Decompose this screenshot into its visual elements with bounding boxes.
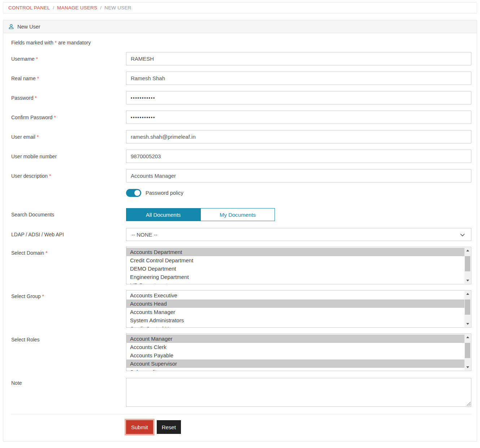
breadcrumb-separator: / (53, 5, 54, 10)
real-name-row: Real name * (11, 72, 471, 85)
button-row: Submit Reset (126, 420, 471, 445)
required-asterisk: * (35, 95, 36, 101)
search-documents-label: Search Documents (11, 212, 126, 217)
select-roles-options: Account ManagerAccounts ClerkAccounts Pa… (126, 334, 464, 371)
breadcrumb: CONTROL PANEL / MANAGE USERS / NEW USER (3, 2, 477, 13)
submit-button[interactable]: Submit (126, 420, 153, 434)
scroll-down-arrow[interactable] (464, 364, 471, 370)
user-mobile-label: User mobile number (11, 154, 126, 159)
note-textarea[interactable] (126, 378, 471, 407)
domain-option[interactable]: Accounts Department (126, 248, 464, 256)
search-documents-label-text: Search Documents (11, 212, 54, 217)
group-option[interactable]: System Administrators (126, 316, 464, 324)
role-option[interactable]: Sales audit (126, 368, 464, 371)
domain-option[interactable]: HR Department (126, 281, 464, 284)
confirm-password-label: Confirm Password * (11, 115, 126, 120)
tab-my-documents[interactable]: My Documents (200, 208, 275, 221)
password-policy-toggle[interactable] (126, 189, 141, 197)
scrollbar-thumb[interactable] (465, 343, 470, 358)
role-option[interactable]: Account Supervisor (126, 359, 464, 368)
breadcrumb-manage-users[interactable]: MANAGE USERS (57, 5, 97, 10)
role-option[interactable]: Account Manager (126, 335, 464, 343)
scrollbar-track[interactable] (464, 297, 471, 321)
note-label-text: Note (11, 380, 22, 386)
panel-title: New User (17, 24, 40, 30)
role-option[interactable]: Accounts Clerk (126, 343, 464, 351)
breadcrumb-control-panel[interactable]: CONTROL PANEL (8, 5, 50, 10)
tab-all-documents[interactable]: All Documents (126, 208, 200, 221)
required-asterisk: * (36, 56, 38, 62)
real-name-input[interactable] (126, 72, 471, 85)
ldap-label: LDAP / ADSI / Web API (11, 232, 126, 237)
domain-option[interactable]: Engineering Department (126, 273, 464, 281)
required-asterisk: * (54, 115, 56, 120)
search-documents-row: Search Documents All Documents My Docume… (11, 208, 471, 221)
select-group-listbox: Accounts ExecutiveAccounts HeadAccounts … (126, 290, 471, 328)
required-asterisk: * (37, 134, 39, 140)
user-mobile-label-text: User mobile number (11, 154, 57, 159)
select-roles-label-text: Select Roles (11, 337, 40, 343)
select-group-row: Select Group * Accounts ExecutiveAccount… (11, 290, 471, 328)
ldap-selected-value: -- NONE -- (131, 232, 157, 238)
mandatory-note-prefix: Fields marked with (11, 40, 55, 46)
password-row: Password * (11, 91, 471, 104)
domain-option[interactable]: Credit Control Department (126, 256, 464, 264)
password-label: Password * (11, 95, 126, 101)
ldap-select[interactable]: -- NONE -- (126, 228, 471, 241)
footer-divider (11, 414, 471, 414)
scroll-up-arrow[interactable] (464, 291, 471, 297)
ldap-row: LDAP / ADSI / Web API -- NONE -- (11, 228, 471, 241)
user-mobile-input[interactable] (126, 150, 471, 163)
select-domain-row: Select Domain * Accounts DepartmentCredi… (11, 247, 471, 284)
role-option[interactable]: Accounts Payable (126, 351, 464, 359)
scroll-down-arrow[interactable] (464, 277, 471, 284)
scrollbar-thumb[interactable] (465, 300, 470, 315)
breadcrumb-separator: / (100, 5, 101, 10)
password-policy-row: Password policy (11, 189, 471, 203)
note-row: Note (11, 378, 471, 407)
user-email-label-text: User email (11, 134, 35, 140)
domain-option[interactable]: DEMO Department (126, 264, 464, 273)
chevron-down-icon (460, 232, 465, 237)
confirm-password-input[interactable] (126, 111, 471, 124)
select-domain-label-text: Select Domain (11, 250, 44, 256)
password-input[interactable] (126, 91, 471, 104)
reset-button[interactable]: Reset (157, 420, 181, 434)
select-domain-options: Accounts DepartmentCredit Control Depart… (126, 247, 464, 284)
user-description-label-text: User description (11, 173, 48, 179)
group-option[interactable]: Credit Control Users (126, 324, 464, 328)
group-option[interactable]: Accounts Head (126, 300, 464, 308)
scrollbar-thumb[interactable] (465, 256, 470, 271)
select-domain-scrollbar[interactable] (464, 247, 471, 284)
password-policy-label: Password policy (146, 190, 183, 196)
select-group-options: Accounts ExecutiveAccounts HeadAccounts … (126, 290, 464, 328)
group-option[interactable]: Accounts Executive (126, 291, 464, 300)
username-row: Username * (11, 52, 471, 65)
username-input[interactable] (126, 52, 471, 65)
confirm-password-row: Confirm Password * (11, 111, 471, 124)
user-email-label: User email * (11, 134, 126, 140)
select-group-label: Select Group * (11, 290, 126, 299)
confirm-password-label-text: Confirm Password (11, 115, 52, 120)
toggle-knob (134, 190, 140, 196)
select-roles-row: Select Roles Account ManagerAccounts Cle… (11, 333, 471, 371)
select-group-scrollbar[interactable] (464, 291, 471, 327)
group-option[interactable]: Accounts Manager (126, 308, 464, 316)
mandatory-note: Fields marked with * are mandatory (11, 40, 471, 46)
scroll-up-arrow[interactable] (464, 247, 471, 254)
real-name-label-text: Real name (11, 76, 36, 81)
note-label: Note (11, 378, 126, 386)
user-description-input[interactable] (126, 169, 471, 182)
select-roles-scrollbar[interactable] (464, 334, 471, 370)
username-label-text: Username (11, 56, 35, 62)
select-domain-label: Select Domain * (11, 247, 126, 256)
scrollbar-track[interactable] (464, 340, 471, 364)
scrollbar-track[interactable] (464, 254, 471, 277)
required-asterisk: * (42, 293, 44, 299)
user-email-input[interactable] (126, 130, 471, 143)
select-roles-label: Select Roles (11, 333, 126, 343)
user-email-row: User email * (11, 130, 471, 143)
scroll-down-arrow[interactable] (464, 321, 471, 327)
user-description-label: User description * (11, 173, 126, 179)
scroll-up-arrow[interactable] (464, 334, 471, 340)
